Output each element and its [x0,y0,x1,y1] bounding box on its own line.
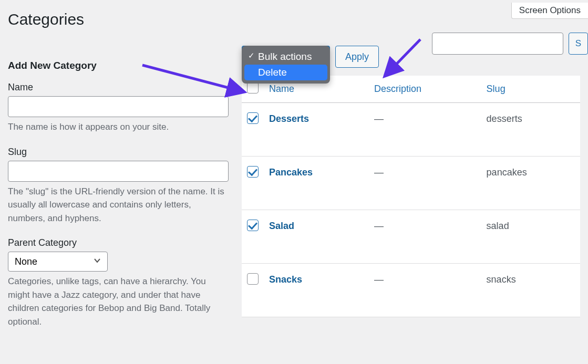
bulk-option[interactable]: Bulk actions [244,49,327,65]
parent-label: Parent Category [8,237,229,248]
bulk-option[interactable]: Delete [244,65,327,80]
slug-input[interactable] [8,161,229,182]
name-input[interactable] [8,96,229,117]
row-name-link[interactable]: Salad [269,221,294,231]
col-slug[interactable]: Slug [481,76,580,103]
row-checkbox[interactable] [247,220,259,231]
apply-button[interactable]: Apply [335,46,379,68]
row-description: — [369,210,481,264]
row-description: — [369,264,481,317]
table-row: Desserts—desserts [242,103,580,157]
row-slug: pancakes [481,157,580,210]
row-name-link[interactable]: Desserts [269,113,309,124]
table-row: Snacks—snacks [242,264,580,317]
row-name-link[interactable]: Snacks [269,274,302,285]
page-title: Categories [0,0,588,36]
col-description[interactable]: Description [369,76,481,103]
row-checkbox[interactable] [247,112,259,124]
row-checkbox[interactable] [247,273,259,285]
slug-label: Slug [8,147,229,158]
bulk-actions-dropdown: Bulk actionsDelete [242,46,330,84]
row-slug: desserts [481,103,580,157]
row-description: — [369,103,481,157]
row-name-link[interactable]: Pancakes [269,167,313,178]
table-row: Pancakes—pancakes [242,157,580,210]
table-row: Salad—salad [242,210,580,264]
parent-select[interactable]: None [8,252,108,272]
row-checkbox[interactable] [247,166,259,178]
screen-options-button[interactable]: Screen Options [511,3,588,19]
parent-help: Categories, unlike tags, can have a hier… [8,275,229,328]
row-slug: salad [481,210,580,264]
row-description: — [369,157,481,210]
slug-help: The "slug" is the URL-friendly version o… [8,185,229,225]
row-slug: snacks [481,264,580,317]
name-help: The name is how it appears on your site. [8,120,229,134]
select-all-checkbox[interactable] [247,82,259,93]
categories-table: Name Description Slug Desserts—dessertsP… [242,76,580,317]
name-label: Name [8,82,229,93]
add-category-heading: Add New Category [8,60,229,71]
